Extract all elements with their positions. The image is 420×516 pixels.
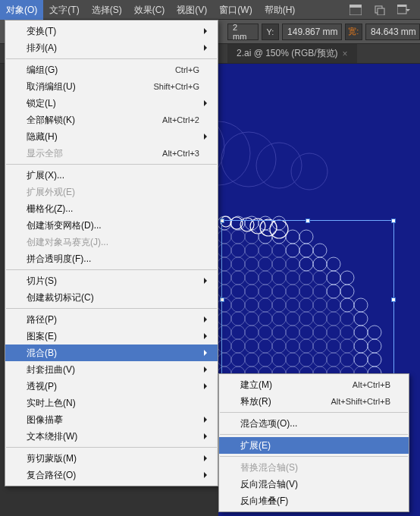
menu-item-label: 创建对象马赛克(J)... [27,236,108,249]
object-item-18[interactable]: 创建裁切标记(C) [5,289,218,306]
menu-separator [6,308,217,309]
blend-item-5[interactable]: 扩展(E) [219,437,409,454]
menu-window[interactable]: 窗口(W) [213,0,258,20]
menu-separator [220,412,408,413]
menu-separator [220,456,408,457]
menu-text[interactable]: 文字(T) [43,0,85,20]
svg-point-10 [291,153,328,190]
menubar: 对象(O) 文字(T) 选择(S) 效果(C) 视图(V) 窗口(W) 帮助(H… [0,0,420,20]
handle-tl[interactable] [220,219,224,223]
object-item-20[interactable]: 路径(P) [5,311,218,328]
dropdown-icon[interactable] [397,3,411,17]
menu-item-label: 文本绕排(W) [27,430,77,443]
object-item-1[interactable]: 排列(A) [5,39,218,56]
object-item-30[interactable]: 复合路径(O) [5,467,218,483]
object-item-8: 显示全部Alt+Ctrl+3 [5,145,218,162]
object-item-27[interactable]: 文本绕排(W) [5,428,218,445]
object-item-3[interactable]: 编组(G)Ctrl+G [5,61,218,78]
menu-separator [6,58,217,59]
menu-item-label: 全部解锁(K) [27,114,75,127]
menu-effect[interactable]: 效果(C) [128,0,171,20]
menu-item-label: 创建渐变网格(D)... [27,219,102,232]
object-item-26[interactable]: 图像描摹 [5,411,218,428]
object-item-21[interactable]: 图案(E) [5,328,218,345]
tab-close-icon[interactable]: × [343,49,348,59]
menu-item-label: 图像描摹 [27,414,63,426]
blend-item-9[interactable]: 反向堆叠(F) [219,492,409,509]
workspace-icon[interactable] [349,3,362,17]
handle-ml[interactable] [220,297,224,302]
svg-rect-5 [397,5,406,7]
object-item-11: 扩展外观(E) [5,184,218,200]
menu-separator [6,269,217,270]
y-label: Y: [262,24,279,40]
object-item-24[interactable]: 透视(P) [5,378,218,395]
object-item-6[interactable]: 全部解锁(K)Alt+Ctrl+2 [5,112,218,128]
blend-submenu: 建立(M)Alt+Ctrl+B释放(R)Alt+Shift+Ctrl+B混合选项… [218,373,409,512]
menu-item-label: 替换混合轴(S) [240,461,298,474]
menu-select[interactable]: 选择(S) [86,0,128,20]
menu-item-label: 隐藏(H) [27,131,58,143]
x-unit-field[interactable]: 2 mm [227,24,259,40]
object-item-25[interactable]: 实时上色(N) [5,395,218,411]
menu-item-label: 建立(M) [240,379,272,392]
menu-item-label: 反向堆叠(F) [240,495,288,508]
object-item-5[interactable]: 锁定(L) [5,95,218,112]
blend-item-7: 替换混合轴(S) [219,459,409,476]
menu-item-label: 创建裁切标记(C) [27,291,94,304]
menu-shortcut: Alt+Ctrl+3 [162,149,199,158]
object-item-29[interactable]: 剪切蒙版(M) [5,450,218,467]
menu-item-label: 取消编组(U) [27,80,76,93]
object-item-13[interactable]: 创建渐变网格(D)... [5,217,218,234]
menu-shortcut: Shift+Ctrl+G [153,82,199,91]
menu-object[interactable]: 对象(O) [0,0,43,20]
object-item-7[interactable]: 隐藏(H) [5,128,218,145]
svg-point-9 [256,143,302,188]
menu-item-label: 透视(P) [27,380,57,393]
object-item-23[interactable]: 封套扭曲(V) [5,361,218,378]
object-item-15[interactable]: 拼合透明度(F)... [5,250,218,267]
menu-item-label: 锁定(L) [27,97,56,110]
stacked-icon[interactable] [373,3,387,17]
menu-item-label: 剪切蒙版(M) [27,452,77,465]
menu-item-label: 复合路径(O) [27,469,76,482]
menu-separator [6,164,217,165]
object-item-12[interactable]: 栅格化(Z)... [5,200,218,217]
object-item-17[interactable]: 切片(S) [5,272,218,289]
menu-item-label: 混合(B) [27,347,57,360]
menu-view[interactable]: 视图(V) [171,0,213,20]
handle-mr[interactable] [391,297,396,302]
menu-item-label: 扩展(X)... [27,169,64,182]
menu-item-label: 路径(P) [27,313,57,326]
y-value-field[interactable]: 149.867 mm [282,24,342,40]
object-item-4[interactable]: 取消编组(U)Shift+Ctrl+G [5,78,218,95]
menu-help[interactable]: 帮助(H) [259,0,302,20]
menu-separator [220,434,408,435]
object-item-22[interactable]: 混合(B) [5,345,218,361]
menu-shortcut: Alt+Ctrl+B [353,380,390,389]
object-item-10[interactable]: 扩展(X)... [5,167,218,184]
menu-separator [6,447,217,448]
menu-item-label: 切片(S) [27,275,57,288]
blend-item-1[interactable]: 释放(R)Alt+Shift+Ctrl+B [219,393,409,410]
menu-shortcut: Ctrl+G [175,65,199,74]
blend-item-0[interactable]: 建立(M)Alt+Ctrl+B [219,376,409,393]
w-value-field[interactable]: 84.643 mm [365,24,420,40]
handle-tr[interactable] [391,219,396,223]
menu-item-label: 图案(E) [27,330,57,343]
menu-item-label: 栅格化(Z)... [27,203,73,216]
menu-item-label: 显示全部 [27,147,63,160]
object-item-0[interactable]: 变换(T) [5,23,218,39]
menu-item-label: 扩展(E) [240,439,271,452]
blend-item-3[interactable]: 混合选项(O)... [219,415,409,432]
menu-item-label: 反向混合轴(V) [240,478,298,491]
object-item-14: 创建对象马赛克(J)... [5,234,218,250]
document-tab[interactable]: 2.ai @ 150% (RGB/预览) × [227,44,357,63]
menu-item-label: 拼合透明度(F)... [27,253,91,266]
svg-point-8 [221,132,276,187]
svg-rect-1 [349,5,362,8]
blend-item-8[interactable]: 反向混合轴(V) [219,476,409,492]
menu-item-label: 释放(R) [240,395,271,408]
handle-tm[interactable] [306,219,310,223]
menu-item-label: 封套扭曲(V) [27,363,75,376]
